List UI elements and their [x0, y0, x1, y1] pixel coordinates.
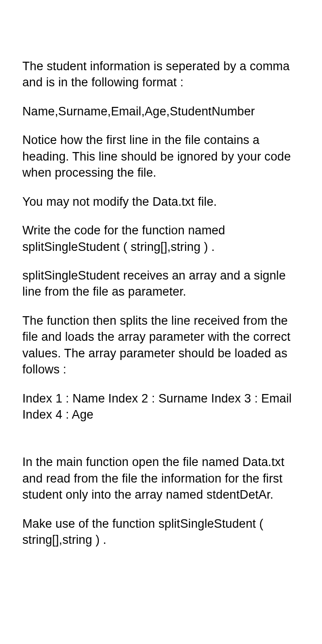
paragraph-splits: The function then splits the line receiv…	[22, 313, 300, 378]
paragraph-receives: splitSingleStudent receives an array and…	[22, 267, 300, 300]
paragraph-heading-note: Notice how the first line in the file co…	[22, 132, 300, 181]
paragraph-format: Name,Surname,Email,Age,StudentNumber	[22, 103, 300, 119]
paragraph-write-code: Write the code for the function named sp…	[22, 222, 300, 255]
paragraph-no-modify: You may not modify the Data.txt file.	[22, 194, 300, 210]
paragraph-index-map: Index 1 : Name Index 2 : Surname Index 3…	[22, 390, 300, 423]
paragraph-make-use: Make use of the function splitSingleStud…	[22, 516, 300, 548]
paragraph-main-function: In the main function open the file named…	[22, 454, 300, 503]
paragraph-intro: The student information is seperated by …	[22, 58, 300, 91]
